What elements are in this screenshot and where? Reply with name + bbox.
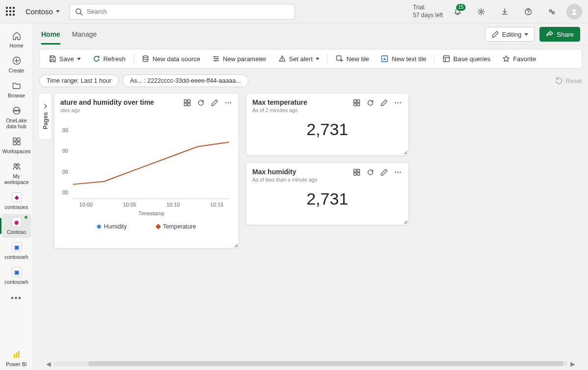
workspace-switcher[interactable]: Contoso: [22, 5, 64, 18]
new-text-tile-button[interactable]: A New text tile: [376, 53, 431, 65]
save-button[interactable]: Save: [44, 53, 86, 65]
tile-title: ature and humidity over time: [60, 98, 154, 106]
tile-edit-button[interactable]: [210, 98, 219, 107]
top-bar: Contoso Trial: 57 days left 15: [0, 0, 588, 23]
tile-explore-button[interactable]: [352, 168, 361, 177]
resize-handle[interactable]: [234, 243, 238, 247]
tile-subtitle: As of less than a minute ago: [252, 177, 318, 183]
max-temperature-tile[interactable]: Max temperature As of 2 minutes ago 2,73…: [246, 93, 409, 156]
share-button[interactable]: Share: [539, 27, 580, 42]
max-humidity-tile[interactable]: Max humidity As of less than a minute ag…: [246, 162, 409, 225]
tile-more-button[interactable]: [224, 98, 233, 107]
download-icon: [501, 8, 509, 16]
nav-create[interactable]: Create: [2, 52, 31, 76]
pencil-icon: [491, 30, 499, 38]
tab-manage[interactable]: Manage: [72, 25, 97, 45]
svg-point-32: [225, 102, 226, 103]
tile-refresh-button[interactable]: [196, 98, 205, 107]
powerbi-icon: [12, 349, 22, 359]
dashboard-canvas-wrap: Pages ature and humidity over time utes …: [39, 90, 582, 370]
svg-rect-53: [357, 169, 360, 172]
legend-humidity[interactable]: Humidity: [97, 223, 127, 230]
reset-button[interactable]: Reset: [555, 77, 582, 85]
svg-rect-17: [16, 352, 17, 358]
svg-point-58: [400, 172, 401, 173]
svg-rect-54: [354, 173, 356, 175]
nav-home[interactable]: Home: [2, 27, 31, 51]
favorite-button[interactable]: Favorite: [497, 53, 541, 65]
svg-rect-46: [357, 100, 360, 102]
tab-home[interactable]: Home: [41, 25, 60, 45]
separator: [133, 54, 134, 64]
tile-refresh-button[interactable]: [366, 168, 375, 177]
editing-mode-button[interactable]: Editing: [485, 27, 535, 42]
tile-more-button[interactable]: [393, 98, 402, 107]
star-icon: [502, 55, 510, 63]
nav-ws-contosoeh-1[interactable]: ▣ contosoeh: [2, 239, 31, 263]
refresh-button[interactable]: Refresh: [88, 53, 131, 65]
nav-ws-contoso[interactable]: ◉ Contoso: [2, 214, 31, 238]
grid-icon: [353, 99, 361, 107]
settings-button[interactable]: [472, 3, 490, 21]
chart-legend: Humidity Temperature: [59, 220, 234, 234]
nav-more[interactable]: •••: [11, 289, 22, 307]
nav-ws-contosoeh-2[interactable]: ▣ contosoeh: [2, 264, 31, 288]
pages-label: Pages: [42, 112, 49, 129]
svg-rect-29: [188, 100, 190, 102]
scroll-right-icon[interactable]: ▶: [569, 360, 576, 367]
resize-handle[interactable]: [403, 150, 407, 154]
scroll-track[interactable]: [54, 361, 567, 366]
tile-refresh-button[interactable]: [366, 98, 375, 107]
more-icon: [394, 99, 402, 107]
set-alert-button[interactable]: Set alert: [273, 53, 324, 65]
new-tile-button[interactable]: New tile: [331, 53, 374, 65]
base-queries-button[interactable]: Base queries: [438, 53, 495, 65]
chart-tile[interactable]: ature and humidity over time utes ago: [54, 93, 239, 249]
pencil-icon: [380, 168, 388, 176]
horizontal-scrollbar[interactable]: ◀ ▶: [45, 360, 576, 367]
filter-row: Time range: Last 1 hour As... : 2222cccc…: [33, 71, 588, 90]
tile-subtitle: utes ago: [60, 107, 154, 113]
nav-ws-contosoes[interactable]: ◆ contosoes: [2, 189, 31, 213]
tile-explore-button[interactable]: [352, 98, 361, 107]
nav-workspaces[interactable]: Workspaces: [2, 133, 31, 157]
svg-rect-48: [357, 103, 360, 106]
svg-point-34: [230, 102, 231, 103]
search-input[interactable]: [87, 8, 290, 15]
new-parameter-button[interactable]: New parameter: [207, 53, 271, 65]
nav-power-bi[interactable]: Power BI: [2, 346, 31, 370]
dashboard-canvas[interactable]: ature and humidity over time utes ago: [39, 90, 582, 370]
tile-more-button[interactable]: [393, 168, 402, 177]
pages-panel-toggle[interactable]: Pages: [39, 93, 52, 140]
svg-rect-12: [13, 142, 16, 145]
svg-point-0: [76, 9, 81, 14]
my-workspace-icon: [12, 162, 22, 171]
refresh-icon: [93, 55, 100, 63]
scroll-thumb[interactable]: [88, 361, 564, 366]
asset-pill[interactable]: As... : 2222cccc-33dd-eeee-ff44-aaaaa...: [122, 74, 248, 87]
resize-handle[interactable]: [403, 220, 407, 224]
nav-browse[interactable]: Browse: [2, 77, 31, 101]
nav-onelake[interactable]: OneLake data hub: [2, 102, 31, 132]
time-range-pill[interactable]: Time range: Last 1 hour: [39, 74, 119, 87]
search-icon: [75, 8, 83, 16]
help-button[interactable]: [519, 3, 537, 21]
workspace-tile-icon: ▣: [12, 267, 22, 277]
download-button[interactable]: [496, 3, 514, 21]
tile-explore-button[interactable]: [183, 98, 192, 107]
scroll-left-icon[interactable]: ◀: [45, 360, 52, 367]
feedback-button[interactable]: [543, 3, 561, 21]
account-avatar[interactable]: [566, 4, 582, 20]
svg-point-56: [395, 172, 396, 173]
svg-rect-27: [443, 56, 449, 62]
legend-temperature[interactable]: Temperature: [156, 223, 196, 230]
nav-my-workspace[interactable]: My workspace: [2, 158, 31, 188]
more-icon: [224, 99, 232, 107]
new-data-source-button[interactable]: New data source: [137, 53, 205, 65]
workspace-name: Contoso: [25, 7, 53, 16]
tile-edit-button[interactable]: [380, 98, 389, 107]
search-box[interactable]: [70, 4, 295, 20]
notifications-button[interactable]: 15: [449, 3, 466, 21]
tile-edit-button[interactable]: [380, 168, 389, 177]
app-launcher-icon[interactable]: [6, 7, 16, 17]
